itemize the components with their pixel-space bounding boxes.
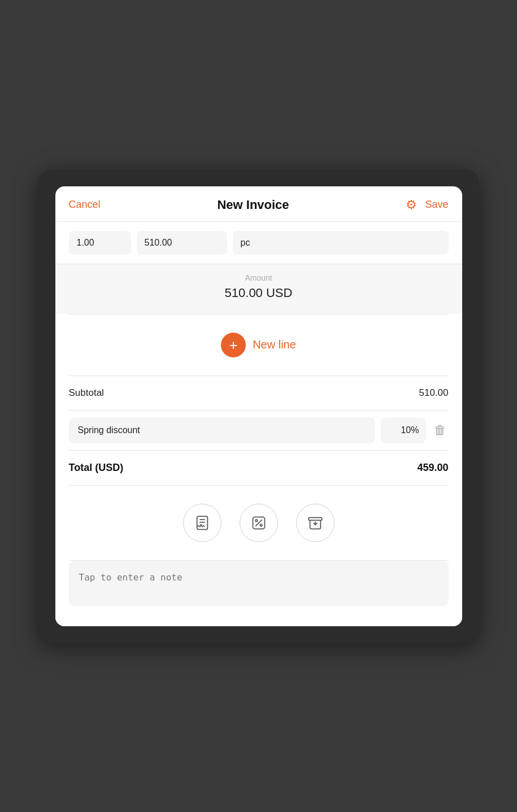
header: Cancel New Invoice ⚙ Save: [55, 186, 462, 222]
header-right: ⚙ Save: [406, 198, 448, 212]
total-label: Total (USD): [69, 462, 124, 474]
amount-label: Amount: [69, 273, 449, 282]
new-line-section[interactable]: + New line: [55, 315, 462, 376]
receipt-icon: [194, 515, 210, 531]
phone-container: Cancel New Invoice ⚙ Save Amount 510.00 …: [38, 169, 479, 643]
archive-icon: [307, 515, 323, 531]
delete-discount-icon[interactable]: 🗑: [432, 421, 449, 440]
total-value: 459.00: [417, 462, 448, 474]
svg-point-6: [260, 524, 262, 526]
note-section: [55, 561, 462, 626]
page-title: New Invoice: [217, 198, 289, 212]
svg-point-5: [255, 519, 258, 522]
discount-name-input[interactable]: [69, 417, 375, 443]
invoice-card: Cancel New Invoice ⚙ Save Amount 510.00 …: [55, 186, 462, 626]
cancel-button[interactable]: Cancel: [69, 199, 101, 211]
line-item-row: [55, 222, 462, 264]
archive-action-button[interactable]: [296, 504, 334, 542]
percent-icon: [251, 515, 267, 531]
svg-rect-0: [197, 516, 207, 529]
subtotal-label: Subtotal: [69, 387, 104, 399]
amount-value: 510.00 USD: [69, 286, 449, 300]
discount-percent-input[interactable]: [381, 417, 426, 443]
svg-line-7: [255, 519, 262, 526]
note-input[interactable]: [69, 561, 449, 606]
percent-action-button[interactable]: [240, 504, 278, 542]
settings-icon[interactable]: ⚙: [406, 198, 417, 212]
invoice-action-button[interactable]: [183, 504, 221, 542]
actions-row: [55, 486, 462, 560]
plus-icon: +: [229, 338, 238, 352]
price-input[interactable]: [137, 231, 227, 255]
subtotal-value: 510.00: [419, 387, 449, 399]
discount-row: 🗑: [55, 411, 462, 450]
new-line-label[interactable]: New line: [253, 338, 296, 351]
svg-rect-8: [309, 517, 322, 520]
save-button[interactable]: Save: [425, 199, 448, 211]
unit-input[interactable]: [233, 231, 449, 255]
subtotal-row: Subtotal 510.00: [55, 376, 462, 410]
total-row: Total (USD) 459.00: [55, 451, 462, 485]
amount-section: Amount 510.00 USD: [55, 264, 462, 314]
add-line-button[interactable]: +: [221, 333, 246, 357]
quantity-input[interactable]: [69, 231, 131, 255]
